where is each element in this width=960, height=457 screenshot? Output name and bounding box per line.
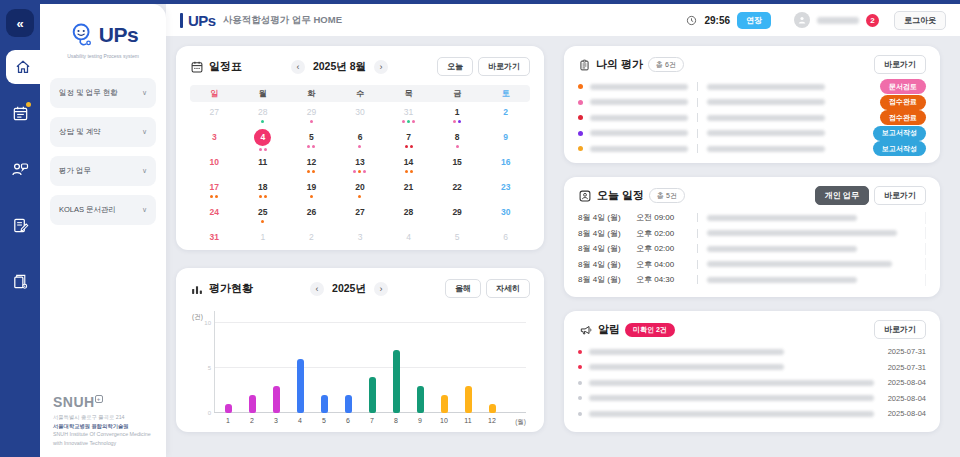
calendar-day[interactable]: 18	[239, 179, 288, 204]
schedule-row[interactable]: 8월 4일 (월)오후 04:30	[578, 272, 926, 288]
chart-bar[interactable]	[249, 395, 256, 413]
chart-bar[interactable]	[321, 395, 328, 413]
calendar-day[interactable]: 6	[481, 229, 530, 254]
rail-item-schedule[interactable]	[9, 102, 31, 124]
chart-bar[interactable]	[273, 386, 280, 413]
calendar-day[interactable]: 7	[384, 129, 433, 154]
calendar-day[interactable]: 25	[239, 204, 288, 229]
calendar-shortcut-button[interactable]: 바로가기	[478, 57, 530, 76]
schedule-row[interactable]: 8월 4일 (월)오전 09:00	[578, 210, 926, 226]
personal-task-button[interactable]: 개인 업무	[815, 186, 869, 205]
calendar-day[interactable]: 14	[384, 154, 433, 179]
logout-button[interactable]: 로그아웃	[894, 11, 946, 30]
chart-bar[interactable]	[369, 377, 376, 413]
chart-bar[interactable]	[297, 359, 304, 413]
rail-item-home-active[interactable]	[6, 50, 40, 84]
calendar-day[interactable]: 22	[433, 179, 482, 204]
sidebar-menu-item[interactable]: 평가 업무∨	[50, 156, 156, 186]
my-evaluations-shortcut-button[interactable]: 바로가기	[874, 55, 926, 74]
calendar-day[interactable]: 29	[287, 104, 336, 129]
chart-bar[interactable]	[225, 404, 232, 413]
calendar-day[interactable]: 16	[481, 154, 530, 179]
calendar-day[interactable]: 19	[287, 179, 336, 204]
prev-month-button[interactable]: ‹	[291, 60, 305, 74]
evaluation-row[interactable]: 접수완료	[578, 110, 926, 126]
calendar-day[interactable]: 31	[384, 104, 433, 129]
calendar-day[interactable]: 1	[239, 229, 288, 254]
alert-row[interactable]: 2025-08-04	[578, 391, 926, 407]
evaluation-row[interactable]: 보고서작성	[578, 141, 926, 157]
calendar-day[interactable]: 15	[433, 154, 482, 179]
alert-row[interactable]: 2025-07-31	[578, 360, 926, 376]
collapse-sidebar-button[interactable]: «	[6, 9, 34, 37]
today-shortcut-button[interactable]: 바로가기	[874, 186, 926, 205]
calendar-day[interactable]: 4	[384, 229, 433, 254]
alert-row[interactable]: 2025-08-04	[578, 375, 926, 391]
calendar-day[interactable]: 13	[336, 154, 385, 179]
calendar-day[interactable]: 5	[433, 229, 482, 254]
calendar-day[interactable]: 12	[287, 154, 336, 179]
calendar-day[interactable]: 21	[384, 179, 433, 204]
alerts-shortcut-button[interactable]: 바로가기	[874, 320, 926, 339]
calendar-day[interactable]: 28	[239, 104, 288, 129]
calendar-day[interactable]: 29	[433, 204, 482, 229]
extend-session-button[interactable]: 연장	[737, 12, 771, 29]
rail-item-evaluation[interactable]	[9, 214, 31, 236]
calendar-day[interactable]: 11	[239, 154, 288, 179]
calendar-day[interactable]: 24	[190, 204, 239, 229]
alert-row[interactable]: 2025-08-04	[578, 406, 926, 422]
calendar-day[interactable]: 2	[287, 229, 336, 254]
day-number: 8	[433, 132, 482, 143]
calendar-grid: 2728293031123456789101112131415161718192…	[190, 104, 530, 254]
evaluation-row[interactable]: 문서검토	[578, 79, 926, 95]
prev-year-button[interactable]: ‹	[310, 282, 324, 296]
calendar-day[interactable]: 17	[190, 179, 239, 204]
day-number: 14	[384, 157, 433, 168]
sidebar-menu-item[interactable]: KOLAS 문서관리∨	[50, 195, 156, 225]
calendar-day[interactable]: 2	[481, 104, 530, 129]
calendar-day[interactable]: 28	[384, 204, 433, 229]
calendar-day[interactable]: 6	[336, 129, 385, 154]
calendar-day[interactable]: 9	[481, 129, 530, 154]
next-year-button[interactable]: ›	[374, 282, 388, 296]
calendar-day[interactable]: 1	[433, 104, 482, 129]
evaluation-row[interactable]: 접수완료	[578, 95, 926, 111]
calendar-day[interactable]: 26	[287, 204, 336, 229]
calendar-day[interactable]: 31	[190, 229, 239, 254]
clock-icon	[686, 15, 697, 26]
calendar-day[interactable]: 4	[239, 129, 288, 154]
chart-bar[interactable]	[393, 350, 400, 413]
chart-bar[interactable]	[441, 395, 448, 413]
calendar-day[interactable]: 30	[481, 204, 530, 229]
sidebar-menu-item[interactable]: 상담 및 계약∨	[50, 117, 156, 147]
event-dots	[336, 195, 385, 198]
schedule-row[interactable]: 8월 4일 (월)오후 04:00	[578, 257, 926, 273]
next-month-button[interactable]: ›	[374, 60, 388, 74]
chart-bar[interactable]	[345, 395, 352, 413]
calendar-day[interactable]: 27	[336, 204, 385, 229]
this-year-button[interactable]: 올해	[445, 279, 481, 298]
calendar-day[interactable]: 8	[433, 129, 482, 154]
calendar-day[interactable]: 23	[481, 179, 530, 204]
calendar-day[interactable]: 27	[190, 104, 239, 129]
detail-button[interactable]: 자세히	[486, 279, 530, 298]
today-button[interactable]: 오늘	[437, 57, 473, 76]
rail-item-kolas-docs[interactable]	[9, 270, 31, 292]
chart-bar[interactable]	[465, 386, 472, 413]
rail-item-consult[interactable]	[9, 158, 31, 180]
day-number: 29	[433, 207, 482, 218]
evaluation-row[interactable]: 보고서작성	[578, 126, 926, 142]
chart-bar[interactable]	[417, 386, 424, 413]
calendar-day[interactable]: 30	[336, 104, 385, 129]
redacted-text	[707, 246, 857, 252]
alert-row[interactable]: 2025-07-31	[578, 344, 926, 360]
calendar-day[interactable]: 3	[190, 129, 239, 154]
sidebar-menu-item[interactable]: 일정 및 업무 현황∨	[50, 78, 156, 108]
schedule-row[interactable]: 8월 4일 (월)오후 02:00	[578, 226, 926, 242]
calendar-day[interactable]: 10	[190, 154, 239, 179]
schedule-row[interactable]: 8월 4일 (월)오후 02:00	[578, 241, 926, 257]
chart-bar[interactable]	[489, 404, 496, 413]
calendar-day[interactable]: 20	[336, 179, 385, 204]
calendar-day[interactable]: 5	[287, 129, 336, 154]
calendar-day[interactable]: 3	[336, 229, 385, 254]
